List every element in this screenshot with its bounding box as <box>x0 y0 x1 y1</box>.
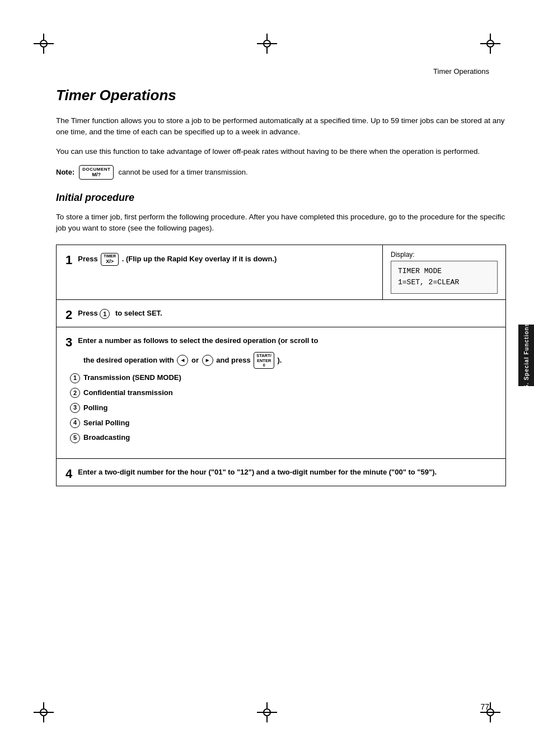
note-label: Note: <box>56 168 74 176</box>
sidebar-label: 5. Special Functions <box>523 323 530 388</box>
step-4-number: 4 <box>65 468 72 480</box>
option-4: 4 Serial Polling <box>70 417 496 429</box>
option-5-label: Broadcasting <box>83 432 130 444</box>
intro-paragraph-1: The Timer function allows you to store a… <box>56 115 506 138</box>
step-2-circle: 1 <box>100 309 110 319</box>
step-2-content: Press 1 to select SET. <box>78 309 162 317</box>
step-3-inner: the desired operation with ◄ or ► and pr… <box>83 352 496 369</box>
option-2-num: 2 <box>70 388 80 398</box>
note-text: cannot be used for a timer transmission. <box>118 168 247 176</box>
step-3-part1: Enter a number as follows to select the … <box>78 336 318 345</box>
start-enter-key: START/ ENTER 0 <box>254 352 274 369</box>
and-press: and press <box>216 355 250 364</box>
crosshair-bottom-mid <box>257 702 277 722</box>
crosshair-bottom-left <box>34 702 54 722</box>
note-row: Note: DOCUMENT M/? cannot be used for a … <box>56 165 506 180</box>
step-3-number: 3 <box>65 336 72 349</box>
step-2-number: 2 <box>65 309 72 321</box>
step-3-row: 3 Enter a number as follows to select th… <box>57 327 505 459</box>
option-1: 1 Transmission (SEND MODE) <box>70 372 496 384</box>
intro-paragraph-2: You can use this function to take advant… <box>56 146 506 157</box>
option-3-num: 3 <box>70 403 80 413</box>
step-1-cont: . (Flip up the Rapid Key overlay if it i… <box>122 255 277 263</box>
display-line1: TIMER MODE <box>398 266 490 278</box>
step-2-row: 2 Press 1 to select SET. <box>57 300 505 327</box>
step-4-content: Enter a two-digit number for the hour ("… <box>78 468 437 476</box>
arrow-right-key: ► <box>202 355 213 366</box>
option-1-label: Transmission (SEND MODE) <box>83 372 181 384</box>
crosshair-top-right <box>480 34 500 54</box>
option-2-label: Confidential transmission <box>83 387 173 399</box>
display-label: Display: <box>391 251 498 259</box>
option-3: 3 Polling <box>70 402 496 414</box>
step-1-number: 1 <box>65 254 72 266</box>
steps-table: 1 Press TIMER X/> . (Flip up the Rapid K… <box>56 245 506 486</box>
close-paren: ). <box>278 355 282 364</box>
timer-key: TIMER X/> <box>101 253 119 266</box>
step-2-press: Press <box>78 309 100 317</box>
option-4-label: Serial Polling <box>83 417 129 429</box>
option-4-num: 4 <box>70 418 80 428</box>
step-2-cont: to select SET. <box>115 309 162 317</box>
step-1-row: 1 Press TIMER X/> . (Flip up the Rapid K… <box>57 245 505 300</box>
page-title: Timer Operations <box>56 87 506 104</box>
section-intro: To store a timer job, first perform the … <box>56 212 506 234</box>
crosshair-top-left <box>34 34 54 54</box>
sidebar-tab: 5. Special Functions <box>518 325 534 386</box>
option-list: 1 Transmission (SEND MODE) 2 Confidentia… <box>65 369 496 450</box>
option-2: 2 Confidential transmission <box>70 387 496 399</box>
step-1-content: 1 Press TIMER X/> . (Flip up the Rapid K… <box>65 253 373 266</box>
step-3-content: 3 Enter a number as follows to select th… <box>65 335 496 450</box>
display-content: TIMER MODE 1=SET, 2=CLEAR <box>391 261 498 294</box>
step-3-part2: the desired operation with <box>83 355 174 364</box>
arrow-left-key: ◄ <box>177 355 188 366</box>
step-1-press: Press <box>78 255 100 263</box>
display-line2: 1=SET, 2=CLEAR <box>398 277 490 289</box>
step-1-display: Display: TIMER MODE 1=SET, 2=CLEAR <box>382 245 505 300</box>
step-4-row: 4 Enter a two-digit number for the hour … <box>57 459 505 486</box>
option-3-label: Polling <box>83 402 107 414</box>
header-section-label: Timer Operations <box>433 67 489 76</box>
option-1-num: 1 <box>70 373 80 383</box>
or-text: or <box>191 355 201 364</box>
option-5-num: 5 <box>70 433 80 443</box>
crosshair-top-mid <box>257 34 277 54</box>
option-5: 5 Broadcasting <box>70 432 496 444</box>
page-number: 77 <box>480 702 489 711</box>
section-title: Initial procedure <box>56 192 506 204</box>
main-content: Timer Operations The Timer function allo… <box>56 87 506 700</box>
document-key: DOCUMENT M/? <box>79 165 114 180</box>
step-1-left: 1 Press TIMER X/> . (Flip up the Rapid K… <box>57 245 382 300</box>
